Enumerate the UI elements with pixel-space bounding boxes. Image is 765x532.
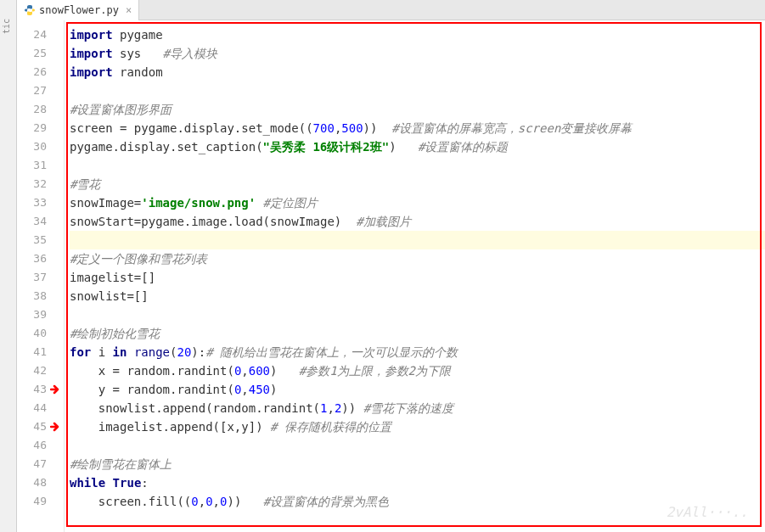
line-number: 39 xyxy=(17,305,64,324)
code-line[interactable]: y = random.randint(0,450) xyxy=(70,380,765,399)
code-line[interactable]: #绘制初始化雪花 xyxy=(70,324,765,343)
line-number: 38 xyxy=(17,287,64,305)
sidebar-label: tic xyxy=(2,19,11,34)
line-number: 46 xyxy=(17,436,64,455)
line-number: 47 xyxy=(17,455,64,473)
code-line[interactable]: snowlist.append(random.randint(1,2)) #雪花… xyxy=(70,399,765,417)
line-number: 32 xyxy=(17,175,64,193)
python-file-icon xyxy=(24,4,36,16)
code-line[interactable]: import random xyxy=(70,63,765,81)
line-number: 31 xyxy=(17,156,64,175)
line-number: 41 xyxy=(17,343,64,361)
code-line[interactable]: import pygame xyxy=(70,25,765,44)
code-line[interactable]: #雪花 xyxy=(70,175,765,193)
line-number: 48 xyxy=(17,473,64,492)
line-number: 24 xyxy=(17,25,64,44)
code-line[interactable]: import sys #导入模块 xyxy=(70,44,765,63)
code-line[interactable]: imagelist=[] xyxy=(70,268,765,287)
close-icon[interactable]: × xyxy=(126,4,132,16)
line-number: 42 xyxy=(17,361,64,380)
tab-bar: snowFlower.py × xyxy=(17,0,765,20)
line-number: 35 xyxy=(17,231,64,249)
code-line[interactable]: snowStart=pygame.image.load(snowImage) #… xyxy=(70,212,765,231)
line-number: 26 xyxy=(17,63,64,81)
file-tab[interactable]: snowFlower.py × xyxy=(17,0,139,20)
code-line[interactable]: screen.fill((0,0,0)) #设置窗体的背景为黑色 xyxy=(70,492,765,511)
line-number: 43 xyxy=(17,380,64,399)
code-line[interactable]: while True: xyxy=(70,473,765,492)
line-number: 27 xyxy=(17,81,64,100)
code-line[interactable]: x = random.randint(0,600) #参数1为上限，参数2为下限 xyxy=(70,361,765,380)
code-area[interactable]: 2vAll···.. import pygameimport sys #导入模块… xyxy=(65,20,765,532)
code-line[interactable] xyxy=(70,231,765,249)
line-number: 37 xyxy=(17,268,64,287)
code-line[interactable]: pygame.display.set_caption("吴秀柔 16级计科2班"… xyxy=(70,137,765,156)
line-number: 30 xyxy=(17,137,64,156)
line-number: 49 xyxy=(17,492,64,511)
line-number: 40 xyxy=(17,324,64,343)
code-line[interactable]: for i in range(20):# 随机给出雪花在窗体上，一次可以显示的个… xyxy=(70,343,765,361)
left-sidebar: tic xyxy=(0,0,17,532)
code-line[interactable] xyxy=(70,156,765,175)
code-line[interactable] xyxy=(70,305,765,324)
line-number: 28 xyxy=(17,100,64,119)
line-number: 29 xyxy=(17,119,64,137)
line-number: 25 xyxy=(17,44,64,63)
watermark: 2vAll···.. xyxy=(667,504,748,520)
tab-filename: snowFlower.py xyxy=(39,4,119,16)
line-number: 36 xyxy=(17,249,64,268)
code-line[interactable]: snowImage='image/snow.png' #定位图片 xyxy=(70,193,765,212)
line-number: 33 xyxy=(17,193,64,212)
code-line[interactable] xyxy=(70,436,765,455)
code-line[interactable]: #绘制雪花在窗体上 xyxy=(70,455,765,473)
code-line[interactable]: #定义一个图像和雪花列表 xyxy=(70,249,765,268)
code-line[interactable]: imagelist.append([x,y]) # 保存随机获得的位置 xyxy=(70,417,765,436)
line-number: 34 xyxy=(17,212,64,231)
code-line[interactable]: #设置窗体图形界面 xyxy=(70,100,765,119)
gutter: 2425262728293031323334353637383940414243… xyxy=(17,20,65,532)
code-line[interactable] xyxy=(70,81,765,100)
line-number: 45 xyxy=(17,417,64,436)
code-line[interactable]: screen = pygame.display.set_mode((700,50… xyxy=(70,119,765,137)
code-line[interactable]: snowlist=[] xyxy=(70,287,765,305)
line-number: 44 xyxy=(17,399,64,417)
editor-area: 2425262728293031323334353637383940414243… xyxy=(17,20,765,532)
